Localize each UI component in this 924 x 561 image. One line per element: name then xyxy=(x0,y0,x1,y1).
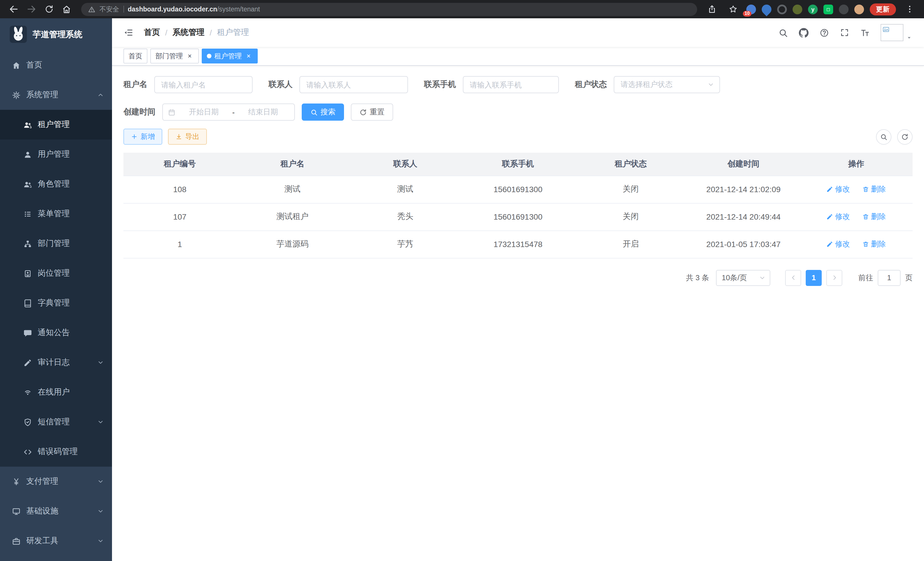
sidebar-item-system-management[interactable]: 系统管理 xyxy=(0,80,112,110)
next-page-button[interactable] xyxy=(826,270,842,286)
sidebar-item-label: 用户管理 xyxy=(38,149,70,159)
browser-update-button[interactable]: 更新 xyxy=(870,3,896,15)
tab-dept-management[interactable]: 部门管理 × xyxy=(150,49,199,63)
cell-tenant-name: 测试 xyxy=(236,176,349,203)
browser-menu-button[interactable] xyxy=(902,2,917,17)
browser-back-button[interactable] xyxy=(6,2,21,17)
extension-icon-4[interactable] xyxy=(793,4,802,14)
toggle-search-button[interactable] xyxy=(876,129,891,144)
bookmark-button[interactable] xyxy=(725,2,741,17)
sidebar-item-online-users[interactable]: 在线用户 xyxy=(0,378,112,407)
avatar xyxy=(880,24,903,41)
trash-icon xyxy=(862,241,869,248)
extension-icon-5[interactable]: y xyxy=(808,4,818,14)
page-size-select[interactable]: 10条/页 xyxy=(716,270,770,286)
sidebar: 芋道管理系统 首页 系统管理 租户管理 xyxy=(0,18,112,561)
broken-image-icon xyxy=(882,26,890,33)
edit-button[interactable]: 修改 xyxy=(826,239,850,249)
status-select[interactable]: 请选择租户状态 xyxy=(614,76,720,93)
sidebar-item-role-management[interactable]: 角色管理 xyxy=(0,169,112,199)
page-url: dashboard.yudao.iocoder.cn/system/tenant xyxy=(128,6,260,13)
extension-icon-2[interactable] xyxy=(760,2,773,16)
sidebar-item-sms-management[interactable]: 短信管理 xyxy=(0,407,112,437)
extension-icon-3[interactable] xyxy=(777,4,787,14)
prev-page-button[interactable] xyxy=(785,270,801,286)
user-avatar-menu[interactable] xyxy=(880,24,913,41)
tab-home[interactable]: 首页 xyxy=(123,49,147,63)
sidebar-item-user-management[interactable]: 用户管理 xyxy=(0,140,112,169)
status-select-placeholder: 请选择租户状态 xyxy=(621,80,673,90)
cell-contact: 测试 xyxy=(349,176,462,203)
sidebar-item-menu-management[interactable]: 菜单管理 xyxy=(0,199,112,229)
extension-icon-1[interactable]: 10 xyxy=(746,4,756,14)
calendar-icon xyxy=(168,108,176,116)
breadcrumb-system[interactable]: 系统管理 xyxy=(172,27,205,38)
page-number-1[interactable]: 1 xyxy=(806,270,822,286)
sidebar-item-dept-management[interactable]: 部门管理 xyxy=(0,229,112,259)
share-button[interactable] xyxy=(704,2,719,17)
tab-close-icon[interactable]: × xyxy=(186,52,194,60)
search-button[interactable]: 搜索 xyxy=(302,104,344,121)
sidebar-item-notice[interactable]: 通知公告 xyxy=(0,318,112,348)
sidebar-item-post-management[interactable]: 岗位管理 xyxy=(0,259,112,288)
delete-label: 删除 xyxy=(871,212,886,222)
browser-home-button[interactable] xyxy=(59,2,74,17)
sidebar-item-error-code-management[interactable]: 错误码管理 xyxy=(0,437,112,467)
delete-button[interactable]: 删除 xyxy=(862,184,886,194)
header-search-button[interactable] xyxy=(778,28,788,38)
extension-icon-7[interactable] xyxy=(839,4,849,14)
phone-input[interactable] xyxy=(463,76,559,93)
tab-label: 租户管理 xyxy=(214,51,242,61)
sidebar-item-dict-management[interactable]: 字典管理 xyxy=(0,288,112,318)
add-button[interactable]: 新增 xyxy=(123,129,162,145)
app-logo[interactable]: 芋道管理系统 xyxy=(0,18,112,50)
table-row: 1 芋道源码 芋艿 17321315478 开启 2021-01-05 17:0… xyxy=(123,230,913,258)
create-time-range-picker[interactable]: 开始日期 - 结束日期 xyxy=(162,104,295,121)
sidebar-item-payment-management[interactable]: 支付管理 xyxy=(0,467,112,496)
fullscreen-button[interactable] xyxy=(840,28,849,37)
refresh-table-button[interactable] xyxy=(897,129,913,144)
tab-label: 部门管理 xyxy=(155,51,183,61)
tab-close-icon[interactable]: × xyxy=(244,52,253,60)
contact-input[interactable] xyxy=(299,76,408,93)
breadcrumb-home[interactable]: 首页 xyxy=(144,27,160,38)
sidebar-item-label: 短信管理 xyxy=(38,417,70,427)
sidebar-item-home[interactable]: 首页 xyxy=(0,50,112,80)
font-size-button[interactable] xyxy=(860,28,870,38)
browser-reload-button[interactable] xyxy=(41,2,57,17)
reset-button[interactable]: 重置 xyxy=(351,104,393,121)
pencil-icon xyxy=(826,186,833,193)
sidebar-collapse-button[interactable] xyxy=(123,27,134,38)
back-icon xyxy=(8,4,19,14)
profile-avatar-icon[interactable] xyxy=(854,4,864,14)
delete-button[interactable]: 删除 xyxy=(862,212,886,222)
sidebar-item-audit-log[interactable]: 审计日志 xyxy=(0,348,112,378)
trash-icon xyxy=(862,186,869,193)
cell-contact: 秃头 xyxy=(349,203,462,230)
tenant-name-input[interactable] xyxy=(154,76,253,93)
address-bar[interactable]: 不安全 dashboard.yudao.iocoder.cn/system/te… xyxy=(81,3,697,16)
github-icon xyxy=(799,28,808,38)
browser-forward-button[interactable] xyxy=(23,2,39,17)
github-link-button[interactable] xyxy=(799,28,808,38)
export-button[interactable]: 导出 xyxy=(168,129,207,145)
cell-tenant-id: 1 xyxy=(123,230,236,258)
goto-page-input[interactable] xyxy=(878,270,901,286)
delete-button[interactable]: 删除 xyxy=(862,239,886,249)
extension-icon-6[interactable]: ◻ xyxy=(824,4,833,14)
page-size-value: 10条/页 xyxy=(722,272,747,283)
chevron-down-icon xyxy=(97,419,104,426)
sidebar-item-label: 租户管理 xyxy=(38,120,70,130)
help-button[interactable] xyxy=(819,28,829,38)
sidebar-item-tenant-management[interactable]: 租户管理 xyxy=(0,110,112,140)
sidebar-item-infrastructure[interactable]: 基础设施 xyxy=(0,496,112,526)
sidebar-item-label: 部门管理 xyxy=(38,238,70,249)
filter-tenant-name: 租户名 xyxy=(123,76,253,93)
signal-icon xyxy=(23,388,32,397)
edit-button[interactable]: 修改 xyxy=(826,212,850,222)
sidebar-item-dev-tools[interactable]: 研发工具 xyxy=(0,526,112,556)
tab-tenant-management[interactable]: 租户管理 × xyxy=(202,49,258,63)
breadcrumb: 首页 / 系统管理 / 租户管理 xyxy=(144,27,249,38)
search-icon xyxy=(310,108,318,116)
edit-button[interactable]: 修改 xyxy=(826,184,850,194)
